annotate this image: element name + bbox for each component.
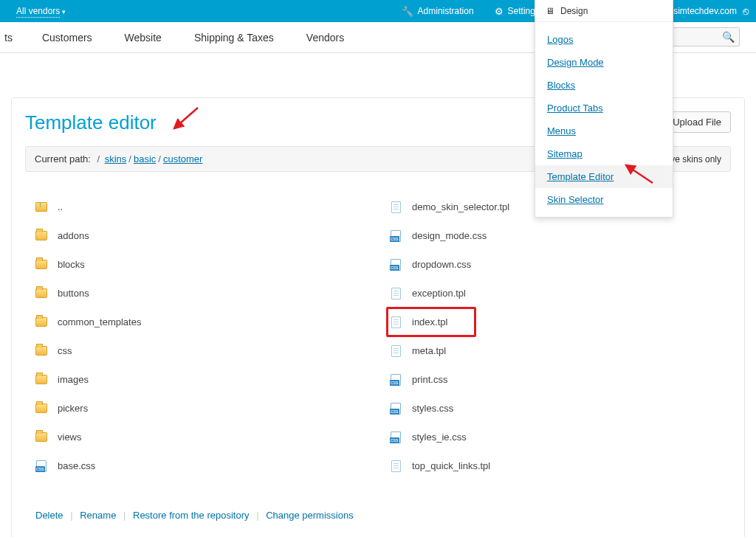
file-listing: .. addons blocks buttons common_template…	[35, 193, 731, 480]
active-skins-label: ive skins only	[669, 154, 721, 164]
monitor-icon: 🖥	[546, 6, 554, 16]
file-name: meta.tpl	[412, 345, 446, 356]
file-column-left: .. addons blocks buttons common_template…	[35, 193, 360, 480]
folder-icon	[35, 432, 47, 443]
dd-item-menus[interactable]: Menus	[535, 119, 673, 142]
file-name: css	[58, 345, 72, 356]
css-file-icon	[390, 259, 402, 271]
document-icon	[390, 460, 402, 472]
file-row-up[interactable]: ..	[35, 193, 360, 221]
file-row-index-tpl[interactable]: index.tpl	[387, 308, 475, 336]
folder-icon	[35, 403, 47, 415]
css-file-icon	[390, 230, 402, 242]
path-sep: /	[128, 153, 131, 164]
dd-item-design-mode[interactable]: Design Mode	[535, 51, 673, 74]
folder-icon	[35, 374, 47, 386]
file-name: design_mode.css	[412, 230, 487, 241]
folder-up-icon	[35, 201, 47, 213]
nav-item-website[interactable]: Website	[109, 32, 178, 44]
file-row-css[interactable]: styles.css	[390, 394, 715, 423]
file-name: styles_ie.css	[412, 432, 467, 443]
action-separator: |	[70, 510, 72, 521]
file-name: exception.tpl	[412, 288, 466, 299]
css-file-icon	[35, 460, 47, 472]
file-name: views	[58, 432, 82, 443]
action-separator: |	[256, 510, 258, 521]
path-label: Current path:	[35, 153, 91, 164]
vendor-selector[interactable]: All vendors▾	[0, 6, 66, 16]
file-row-css[interactable]: design_mode.css	[390, 221, 715, 250]
folder-icon	[35, 259, 47, 271]
dropdown-header-label: Design	[560, 6, 588, 16]
file-name: addons	[58, 230, 89, 241]
nav-item-ts[interactable]: ts	[0, 32, 26, 44]
file-name: buttons	[58, 288, 89, 299]
path-link-skins[interactable]: skins	[105, 153, 127, 164]
delete-link[interactable]: Delete	[35, 510, 63, 521]
document-icon	[390, 345, 402, 357]
annotation-arrow-icon	[171, 106, 201, 131]
document-icon	[390, 316, 402, 328]
file-row-tpl[interactable]: exception.tpl	[390, 279, 715, 308]
dropdown-header: 🖥 Design	[535, 0, 673, 22]
css-file-icon	[390, 403, 402, 415]
file-row-css[interactable]: base.css	[35, 451, 360, 480]
folder-icon	[35, 230, 47, 242]
file-name: styles.css	[412, 403, 453, 414]
file-row-folder[interactable]: views	[35, 423, 360, 451]
dd-item-sitemap[interactable]: Sitemap	[535, 142, 673, 165]
administration-label: Administration	[418, 6, 474, 16]
file-row-folder[interactable]: addons	[35, 221, 360, 250]
file-row-folder[interactable]: css	[35, 336, 360, 365]
permissions-link[interactable]: Change permissions	[266, 510, 354, 521]
file-name: common_templates	[58, 316, 141, 328]
logout-icon[interactable]: ⎋	[743, 5, 749, 17]
folder-icon	[35, 316, 47, 328]
rename-link[interactable]: Rename	[80, 510, 116, 521]
file-name: images	[58, 374, 89, 385]
dd-item-blocks[interactable]: Blocks	[535, 74, 673, 97]
annotation-arrow-icon	[623, 164, 656, 186]
file-row-tpl[interactable]: top_quick_links.tpl	[390, 451, 715, 480]
file-column-right: demo_skin_selector.tpl design_mode.css d…	[390, 193, 715, 480]
dd-item-skin-selector[interactable]: Skin Selector	[535, 188, 673, 211]
file-name: top_quick_links.tpl	[412, 460, 490, 471]
nav-item-vendors[interactable]: Vendors	[290, 32, 360, 44]
file-row-folder[interactable]: pickers	[35, 394, 360, 423]
path-link-basic[interactable]: basic	[134, 153, 156, 164]
file-row-tpl[interactable]: meta.tpl	[390, 336, 715, 365]
file-name: print.css	[412, 374, 447, 385]
document-icon	[390, 201, 402, 213]
folder-icon	[35, 345, 47, 357]
dd-item-logos[interactable]: Logos	[535, 28, 673, 51]
css-file-icon	[390, 374, 402, 386]
file-name: index.tpl	[412, 316, 447, 328]
folder-icon	[35, 288, 47, 299]
path-sep: /	[158, 153, 161, 164]
file-row-folder[interactable]: common_templates	[35, 308, 360, 336]
file-name: base.css	[58, 460, 95, 471]
nav-item-customers[interactable]: Customers	[26, 32, 109, 44]
restore-link[interactable]: Restore from the repository	[133, 510, 250, 521]
wrench-icon: 🔧	[402, 6, 413, 17]
gear-icon: ⚙	[495, 6, 504, 17]
vendor-selector-label: All vendors	[16, 6, 60, 18]
file-name: blocks	[58, 259, 85, 270]
file-row-folder[interactable]: buttons	[35, 279, 360, 308]
chevron-down-icon: ▾	[62, 8, 66, 15]
file-name: ..	[58, 201, 63, 212]
file-row-css[interactable]: dropdown.css	[390, 250, 715, 279]
nav-item-shipping[interactable]: Shipping & Taxes	[178, 32, 290, 44]
file-row-folder[interactable]: blocks	[35, 250, 360, 279]
path-sep: /	[94, 153, 103, 164]
path-link-customer[interactable]: customer	[163, 153, 202, 164]
dd-item-product-tabs[interactable]: Product Tabs	[535, 97, 673, 119]
svg-line-0	[174, 108, 198, 128]
css-file-icon	[390, 432, 402, 443]
file-row-css[interactable]: styles_ie.css	[390, 423, 715, 451]
search-icon: 🔍	[722, 31, 735, 43]
administration-link[interactable]: 🔧 Administration	[391, 0, 484, 22]
upload-button-label: Upload File	[673, 117, 721, 128]
file-row-css[interactable]: print.css	[390, 365, 715, 394]
file-row-folder[interactable]: images	[35, 365, 360, 394]
